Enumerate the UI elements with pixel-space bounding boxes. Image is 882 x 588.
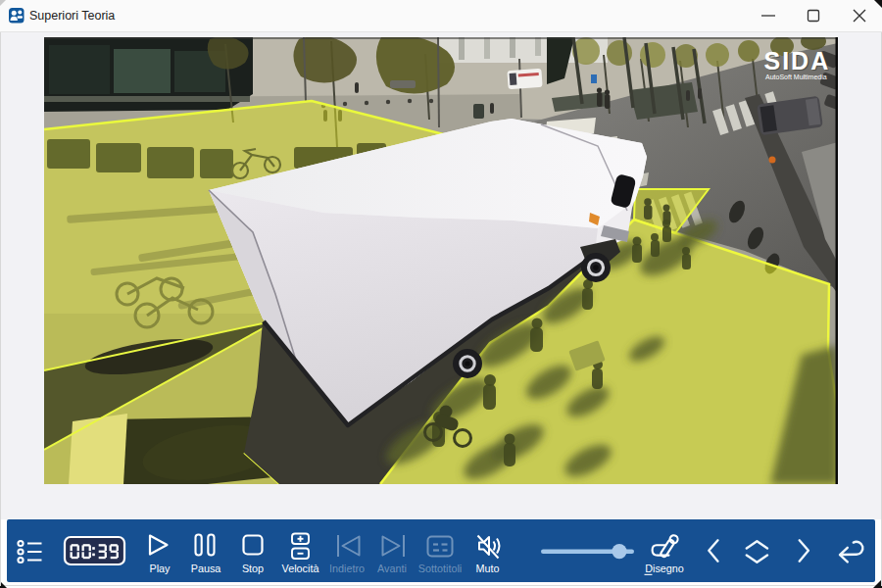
svg-text:Pausa: Pausa [191, 563, 221, 574]
svg-text:AutoSoft Multimedia: AutoSoft Multimedia [765, 74, 827, 80]
svg-text:Sottotitoli: Sottotitoli [418, 563, 462, 574]
svg-text:Avanti: Avanti [377, 563, 407, 574]
svg-text:Muto: Muto [475, 563, 499, 574]
svg-text:Indietro: Indietro [329, 563, 365, 574]
svg-text:Stop: Stop [242, 563, 264, 574]
svg-text:SIDA: SIDA [764, 47, 831, 74]
svg-text:Velocità: Velocità [282, 563, 319, 574]
svg-text:Disegno: Disegno [645, 563, 684, 574]
svg-text:Play: Play [149, 563, 171, 574]
